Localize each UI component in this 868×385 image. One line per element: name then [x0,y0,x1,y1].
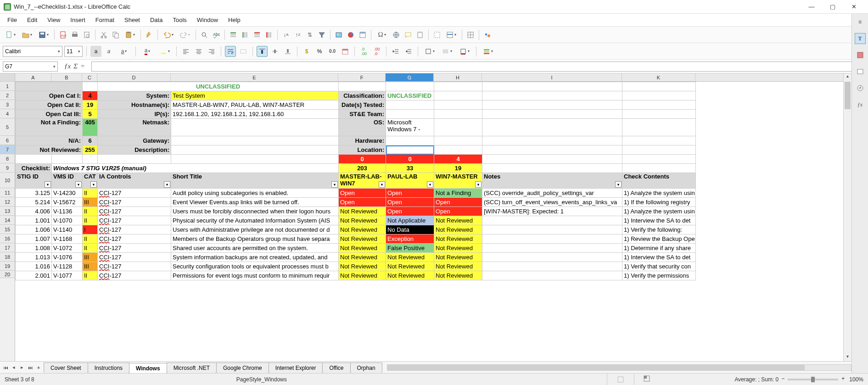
zoom-level[interactable]: 100% [849,376,863,383]
formula-input[interactable] [91,61,857,72]
status-summary[interactable]: Average: ; Sum: 0 [659,376,778,383]
filter-dropdown-icon[interactable]: ▾ [45,181,51,188]
delete-col-button[interactable] [263,29,274,40]
print-button[interactable] [69,29,80,40]
column-header-G[interactable]: G [386,73,434,81]
menu-view[interactable]: View [43,15,65,25]
add-decimal-button[interactable]: .0.00 [358,46,370,57]
functions-panel-icon[interactable]: ƒx [855,99,866,110]
menu-window[interactable]: Window [192,15,223,25]
filter-dropdown-icon[interactable]: ▾ [379,181,385,188]
filter-dropdown-icon[interactable]: ▾ [475,181,482,188]
sort-asc-button[interactable]: ↓A [280,29,291,40]
gallery-panel-icon[interactable] [855,66,866,77]
status-selection-mode[interactable] [644,375,650,383]
horizontal-scrollbar[interactable] [387,362,851,373]
styles-panel-icon[interactable] [855,50,866,61]
bold-button[interactable]: a [90,46,101,57]
spellcheck-button[interactable]: Abc [211,29,222,40]
row-header-1[interactable]: 1 [0,82,15,91]
vertical-scrollbar[interactable]: ▴ ▾ [843,73,851,361]
row-header-3[interactable]: 3 [0,100,15,109]
window-close[interactable]: ✕ [843,0,864,13]
column-header-C[interactable]: C [82,73,97,81]
menu-tools[interactable]: Tools [168,15,191,25]
insert-chart-button[interactable] [345,29,356,40]
menu-help[interactable]: Help [224,15,245,25]
menu-data[interactable]: Data [146,15,167,25]
status-insert-mode[interactable] [607,374,634,385]
number-format-button[interactable]: 0.0 [327,46,338,57]
redo-button[interactable] [177,29,193,40]
align-center-button[interactable] [193,46,204,57]
column-header-E[interactable]: E [171,73,338,81]
column-header-A[interactable]: A [15,73,51,81]
align-top-button[interactable] [257,46,268,57]
column-header-F[interactable]: F [338,73,386,81]
grid[interactable]: ABCDEFGHIK UNCLASSIFIEDOpen Cat I:4Syste… [15,73,851,361]
navigator-panel-icon[interactable] [855,83,866,94]
sort-desc-button[interactable]: ↑Z [292,29,303,40]
insert-col-button[interactable] [240,29,251,40]
define-print-area-button[interactable] [431,29,442,40]
align-vcenter-button[interactable] [269,46,280,57]
row-header-13[interactable]: 13 [0,206,15,216]
row-header-6[interactable]: 6 [0,136,15,145]
insert-row-button[interactable] [228,29,239,40]
find-button[interactable] [199,29,210,40]
open-button[interactable] [19,29,35,40]
merge-cells-button[interactable] [238,46,249,57]
sum-icon[interactable]: Σ [73,62,78,70]
column-header-K[interactable]: K [622,73,695,81]
menu-sheet[interactable]: Sheet [120,15,145,25]
borders-button[interactable] [422,46,437,57]
formula-equals-icon[interactable]: = [80,62,85,70]
special-char-button[interactable]: Ω [374,29,390,40]
menu-edit[interactable]: Edit [22,15,42,25]
row-header-9[interactable]: 9 [0,163,15,173]
column-header-I[interactable]: I [482,73,622,81]
align-bottom-button[interactable] [282,46,293,57]
select-all-corner[interactable] [0,73,15,82]
row-header-19[interactable]: 19 [0,262,15,271]
insert-image-button[interactable] [333,29,344,40]
row-header-2[interactable]: 2 [0,91,15,100]
date-format-button[interactable] [340,46,351,57]
function-wizard-icon[interactable]: ƒx [64,62,71,70]
name-box[interactable]: G7 [3,61,58,72]
new-doc-button[interactable] [3,29,18,40]
filter-dropdown-icon[interactable]: ▾ [164,181,170,188]
row-header-8[interactable]: 8 [0,154,15,163]
sheet-tab-cover-sheet[interactable]: Cover Sheet [44,363,88,373]
row-header-11[interactable]: 11 [0,188,15,197]
align-left-button[interactable] [180,46,191,57]
sort-button[interactable]: ⇅ [304,29,315,40]
underline-button[interactable]: a [116,46,132,57]
sheet-tab-orphan[interactable]: Orphan [350,363,382,373]
sidebar-settings-icon[interactable]: ≡ [855,17,866,28]
row-header-20[interactable]: 20 [0,271,15,278]
border-style-button[interactable] [439,46,455,57]
font-name-combo[interactable]: Calibri [3,46,62,57]
save-button[interactable] [36,29,51,40]
headers-footers-button[interactable] [414,29,426,40]
row-header-16[interactable]: 16 [0,234,15,243]
menu-insert[interactable]: Insert [66,15,90,25]
filter-dropdown-icon[interactable]: ▾ [615,181,622,188]
print-preview-button[interactable] [81,29,92,40]
delete-row-button[interactable] [252,29,263,40]
column-header-H[interactable]: H [434,73,482,81]
italic-button[interactable]: a [103,46,114,57]
remove-decimal-button[interactable]: .00.0 [371,46,382,57]
font-color-button[interactable]: a [140,46,155,57]
comment-button[interactable] [403,29,414,40]
row-header-15[interactable]: 15 [0,225,15,234]
percent-button[interactable]: % [314,46,325,57]
tab-add-icon[interactable]: + [35,365,42,370]
sheet-tab-office[interactable]: Office [322,363,350,373]
sheet-tab-instructions[interactable]: Instructions [88,363,129,373]
zoom-slider[interactable] [788,379,838,380]
wrap-text-button[interactable] [225,46,236,57]
conditional-format-button[interactable] [480,46,496,57]
autofilter-button[interactable] [316,29,327,40]
